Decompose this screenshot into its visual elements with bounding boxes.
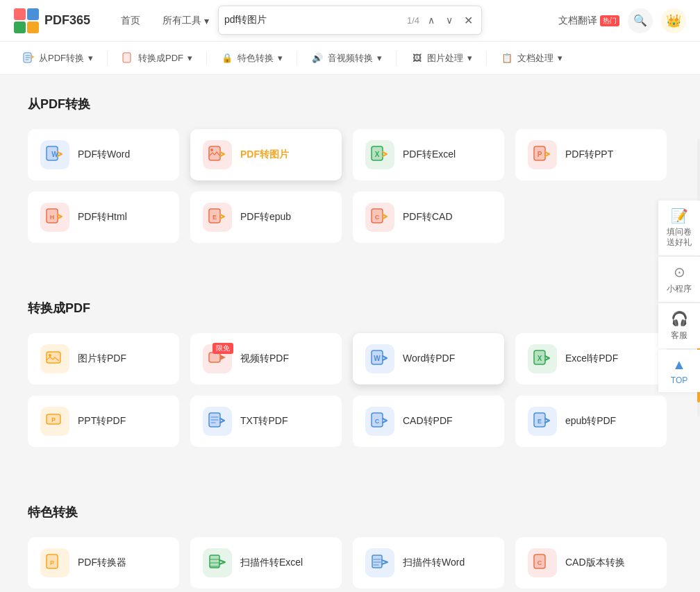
logo-area[interactable]: PDF365 — [14, 8, 90, 33]
limited-badge: 限免 — [212, 343, 233, 354]
tool-image-pdf[interactable]: 图片转PDF — [28, 333, 179, 384]
support-btn[interactable]: 🎧 客服 — [658, 303, 700, 348]
search-prev-btn[interactable]: ∧ — [425, 13, 438, 27]
pdf-image-label: PDF转图片 — [240, 149, 289, 161]
from-pdf-icon — [22, 52, 35, 65]
tool-excel-pdf[interactable]: X Excel转PDF — [515, 333, 667, 384]
svg-text:X: X — [375, 151, 380, 158]
video-pdf-icon-wrap: 限免 — [203, 344, 232, 373]
crown-icon: 👑 — [666, 13, 681, 28]
special-grid: P PDF转换器 扫描件转Excel 扫描件转Word — [28, 537, 667, 589]
main-content: 从PDF转换 W PDF转Word PDF转图片 — [0, 75, 694, 592]
doc-icon: 📋 — [501, 52, 513, 65]
txt-pdf-label: TXT转PDF — [240, 415, 288, 428]
survey-btn[interactable]: 📝 填问卷送好礼 — [658, 200, 700, 255]
tool-scan-word[interactable]: 扫描件转Word — [353, 537, 504, 589]
svg-text:P: P — [50, 559, 54, 566]
scan-word-label: 扫描件转Word — [403, 557, 465, 569]
tool-cad-pdf[interactable]: C CAD转PDF — [353, 396, 504, 447]
to-pdf-grid: 图片转PDF 限免 视频转PDF W Word转PDF — [28, 333, 667, 447]
toolbar-from-pdf[interactable]: 从PDF转换 ▾ — [14, 48, 101, 69]
tool-pdf-excel[interactable]: X PDF转Excel — [353, 129, 504, 180]
svg-text:X: X — [538, 355, 542, 362]
toolbar-doc[interactable]: 📋 文档处理 ▾ — [492, 48, 571, 69]
search-next-btn[interactable]: ∨ — [443, 13, 456, 27]
scan-excel-icon — [203, 548, 232, 577]
search-button[interactable]: 🔍 — [628, 8, 653, 33]
pdf-cad-icon: C — [365, 203, 394, 232]
cad-pdf-icon: C — [365, 407, 394, 436]
pdf-epub-icon: E — [203, 203, 232, 232]
separator5 — [486, 51, 487, 65]
tool-txt-pdf[interactable]: TXT转PDF — [190, 396, 342, 447]
support-icon: 🎧 — [671, 310, 688, 327]
search-input[interactable] — [224, 15, 401, 26]
tool-pdf-image[interactable]: PDF转图片 — [190, 129, 342, 180]
pdf-excel-label: PDF转Excel — [403, 149, 456, 161]
chevron-down-icon5: ▾ — [467, 53, 472, 63]
survey-icon: 📝 — [671, 207, 688, 223]
toolbar-to-pdf[interactable]: 转换成PDF ▾ — [113, 48, 201, 69]
svg-rect-3 — [27, 22, 39, 33]
ppt-pdf-label: PPT转PDF — [78, 415, 126, 428]
tool-pdf-cad[interactable]: C PDF转CAD — [353, 192, 504, 243]
to-pdf-title: 转换成PDF — [28, 300, 667, 316]
tool-epub-pdf[interactable]: E epub转PDF — [515, 396, 667, 447]
chevron-down-icon3: ▾ — [278, 53, 283, 63]
svg-text:H: H — [50, 214, 55, 221]
nav-home[interactable]: 首页 — [111, 10, 150, 31]
separator — [107, 51, 108, 65]
tool-pdf-epub[interactable]: E PDF转epub — [190, 192, 342, 243]
svg-rect-56 — [372, 555, 382, 568]
nav-all-tools[interactable]: 所有工具 ▾ — [153, 10, 219, 31]
top-icon: ▲ — [672, 357, 686, 373]
tool-pdf-html[interactable]: H PDF转Html — [28, 192, 179, 243]
toolbar-special[interactable]: 🔒 特色转换 ▾ — [212, 48, 291, 69]
svg-text:E: E — [212, 214, 217, 221]
svg-text:P: P — [51, 416, 56, 423]
chevron-down-icon: ▾ — [88, 53, 93, 63]
epub-pdf-icon: E — [528, 407, 557, 436]
tool-pdf-converter[interactable]: P PDF转换器 — [28, 537, 179, 589]
tool-scan-excel[interactable]: 扫描件转Excel — [190, 537, 342, 589]
cad-pdf-label: CAD转PDF — [403, 415, 453, 428]
toolbar-media[interactable]: 🔊 音视频转换 ▾ — [303, 48, 390, 69]
tool-cad-version[interactable]: C CAD版本转换 — [515, 537, 667, 589]
from-pdf-grid: W PDF转Word PDF转图片 X PDF转Excel — [28, 129, 667, 243]
cad-version-label: CAD版本转换 — [565, 557, 625, 569]
toolbar-media-label: 音视频转换 — [328, 52, 373, 65]
doc-translate-btn[interactable]: 文档翻译 热门 — [558, 15, 619, 27]
top-btn[interactable]: ▲ TOP — [658, 350, 700, 392]
pdf-word-label: PDF转Word — [78, 149, 130, 161]
image-pdf-icon — [40, 344, 69, 373]
toolbar-to-pdf-label: 转换成PDF — [138, 52, 183, 65]
chevron-down-icon: ▾ — [204, 15, 209, 26]
svg-rect-1 — [27, 8, 39, 20]
pdf-html-icon: H — [40, 203, 69, 232]
image-pdf-label: 图片转PDF — [78, 353, 126, 365]
svg-text:E: E — [538, 418, 542, 425]
search-close-btn[interactable]: ✕ — [461, 12, 476, 28]
crown-button[interactable]: 👑 — [661, 8, 686, 33]
toolbar-image[interactable]: 🖼 图片处理 ▾ — [402, 48, 481, 69]
tool-ppt-pdf[interactable]: P PPT转PDF — [28, 396, 179, 447]
tool-pdf-ppt[interactable]: P PDF转PPT — [515, 129, 667, 180]
miniapp-btn[interactable]: ⊙ 小程序 — [658, 257, 700, 302]
toolbar-image-label: 图片处理 — [427, 52, 463, 65]
tool-word-pdf[interactable]: W Word转PDF — [353, 333, 504, 384]
scan-excel-label: 扫描件转Excel — [240, 557, 303, 569]
hot-badge: 热门 — [600, 15, 619, 26]
svg-rect-0 — [14, 8, 26, 20]
tool-video-pdf[interactable]: 限免 视频转PDF — [190, 333, 342, 384]
video-pdf-label: 视频转PDF — [240, 353, 289, 365]
tool-pdf-word[interactable]: W PDF转Word — [28, 129, 179, 180]
logo-icon — [14, 8, 39, 33]
section-divider-2 — [0, 475, 694, 483]
right-sidebar: 📝 填问卷送好礼 ⊙ 小程序 🎧 客服 ▲ TOP — [658, 200, 700, 391]
pdf-cad-label: PDF转CAD — [403, 211, 453, 223]
tool-bar: 从PDF转换 ▾ 转换成PDF ▾ 🔒 特色转换 ▾ 🔊 音视频转换 ▾ 🖼 图… — [0, 42, 700, 75]
pdf-image-icon-wrap — [203, 140, 232, 169]
svg-rect-11 — [209, 146, 220, 160]
svg-marker-34 — [220, 355, 226, 360]
search-icon: 🔍 — [633, 14, 647, 27]
